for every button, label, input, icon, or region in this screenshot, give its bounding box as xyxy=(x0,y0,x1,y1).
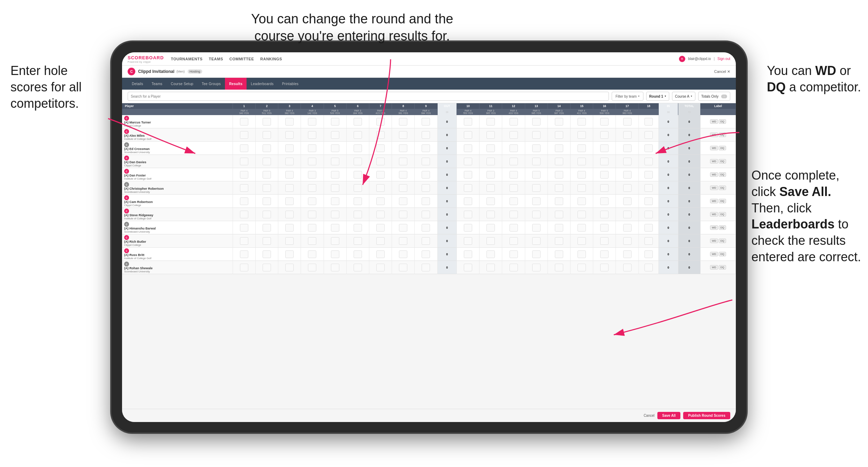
score-cell-10[interactable] xyxy=(457,168,480,181)
score-cell-7[interactable] xyxy=(369,221,392,234)
score-input-8[interactable] xyxy=(399,171,407,179)
wd-button[interactable]: WD xyxy=(710,252,718,256)
score-cell-10[interactable] xyxy=(457,155,480,168)
score-cell-12[interactable] xyxy=(502,261,525,274)
score-input-9[interactable] xyxy=(422,250,430,258)
score-cell-16[interactable] xyxy=(593,181,616,195)
score-input-1[interactable] xyxy=(240,131,248,139)
score-cell-10[interactable] xyxy=(457,248,480,261)
score-input-10[interactable] xyxy=(464,158,472,165)
score-input-12[interactable] xyxy=(510,250,518,258)
score-input-3[interactable] xyxy=(285,184,294,192)
save-all-button[interactable]: Save All xyxy=(657,412,681,419)
score-input-14[interactable] xyxy=(555,211,563,218)
score-cell-16[interactable] xyxy=(593,142,616,155)
score-cell-10[interactable] xyxy=(457,261,480,274)
score-input-8[interactable] xyxy=(399,224,407,232)
score-cell-4[interactable] xyxy=(301,221,324,234)
score-input-7[interactable] xyxy=(376,264,385,271)
score-input-9[interactable] xyxy=(422,118,430,126)
score-cell-8[interactable] xyxy=(392,115,415,128)
score-cell-8[interactable] xyxy=(392,142,415,155)
score-input-14[interactable] xyxy=(555,118,563,126)
wd-button[interactable]: WD xyxy=(710,119,718,124)
score-input-4[interactable] xyxy=(308,144,316,152)
score-cell-5[interactable] xyxy=(324,261,346,274)
score-input-5[interactable] xyxy=(331,158,339,165)
score-cell-6[interactable] xyxy=(346,181,369,195)
score-cell-7[interactable] xyxy=(369,261,392,274)
score-input-17[interactable] xyxy=(623,158,632,165)
score-cell-2[interactable] xyxy=(255,168,278,181)
score-input-18[interactable] xyxy=(644,118,653,126)
score-input-13[interactable] xyxy=(532,224,541,232)
score-input-13[interactable] xyxy=(532,184,541,192)
score-input-16[interactable] xyxy=(600,250,609,258)
score-cell-10[interactable] xyxy=(457,142,480,155)
dq-button[interactable]: DQ xyxy=(719,252,726,256)
score-input-10[interactable] xyxy=(464,264,472,271)
score-input-2[interactable] xyxy=(263,197,271,205)
score-input-5[interactable] xyxy=(331,144,339,152)
score-input-16[interactable] xyxy=(600,197,609,205)
score-cell-10[interactable] xyxy=(457,195,480,208)
score-cell-5[interactable] xyxy=(324,181,346,195)
score-cell-7[interactable] xyxy=(369,234,392,248)
score-input-15[interactable] xyxy=(578,158,586,165)
wd-button[interactable]: WD xyxy=(710,265,718,270)
score-input-4[interactable] xyxy=(308,237,316,245)
score-cell-3[interactable] xyxy=(278,115,301,128)
score-input-10[interactable] xyxy=(464,184,472,192)
score-input-2[interactable] xyxy=(263,250,271,258)
dq-button[interactable]: DQ xyxy=(719,239,726,243)
score-cell-10[interactable] xyxy=(457,221,480,234)
score-input-14[interactable] xyxy=(555,131,563,139)
score-cell-5[interactable] xyxy=(324,128,346,142)
score-cell-2[interactable] xyxy=(255,128,278,142)
score-input-15[interactable] xyxy=(578,118,586,126)
score-input-6[interactable] xyxy=(354,131,362,139)
score-cell-4[interactable] xyxy=(301,128,324,142)
dq-button[interactable]: DQ xyxy=(719,186,726,190)
score-cell-9[interactable] xyxy=(415,221,437,234)
score-cell-1[interactable] xyxy=(233,208,255,221)
score-cell-8[interactable] xyxy=(392,221,415,234)
score-input-18[interactable] xyxy=(644,264,653,271)
score-input-11[interactable] xyxy=(486,158,495,165)
score-cell-8[interactable] xyxy=(392,261,415,274)
score-cell-11[interactable] xyxy=(480,115,502,128)
cancel-tournament-button[interactable]: Cancel ✕ xyxy=(714,69,730,74)
score-input-4[interactable] xyxy=(308,224,316,232)
score-cell-17[interactable] xyxy=(616,142,639,155)
score-cell-1[interactable] xyxy=(233,128,255,142)
dq-button[interactable]: DQ xyxy=(719,172,726,177)
score-cell-7[interactable] xyxy=(369,181,392,195)
score-input-14[interactable] xyxy=(555,237,563,245)
score-cell-13[interactable] xyxy=(525,155,548,168)
score-input-10[interactable] xyxy=(464,224,472,232)
score-input-17[interactable] xyxy=(623,237,632,245)
score-input-18[interactable] xyxy=(644,197,653,205)
wd-button[interactable]: WD xyxy=(710,225,718,230)
score-input-15[interactable] xyxy=(578,184,586,192)
score-input-6[interactable] xyxy=(354,184,362,192)
score-input-7[interactable] xyxy=(376,118,385,126)
tab-details[interactable]: Details xyxy=(128,78,148,90)
score-input-8[interactable] xyxy=(399,184,407,192)
score-input-16[interactable] xyxy=(600,144,609,152)
score-input-17[interactable] xyxy=(623,197,632,205)
score-cell-16[interactable] xyxy=(593,155,616,168)
score-cell-1[interactable] xyxy=(233,261,255,274)
score-input-1[interactable] xyxy=(240,118,248,126)
dq-button[interactable]: DQ xyxy=(719,119,726,124)
score-input-10[interactable] xyxy=(464,197,472,205)
score-input-13[interactable] xyxy=(532,197,541,205)
score-input-15[interactable] xyxy=(578,144,586,152)
score-input-4[interactable] xyxy=(308,118,316,126)
score-cell-4[interactable] xyxy=(301,208,324,221)
score-input-3[interactable] xyxy=(285,171,294,179)
score-cell-17[interactable] xyxy=(616,195,639,208)
score-input-5[interactable] xyxy=(331,211,339,218)
score-cell-14[interactable] xyxy=(548,115,570,128)
score-cell-12[interactable] xyxy=(502,181,525,195)
